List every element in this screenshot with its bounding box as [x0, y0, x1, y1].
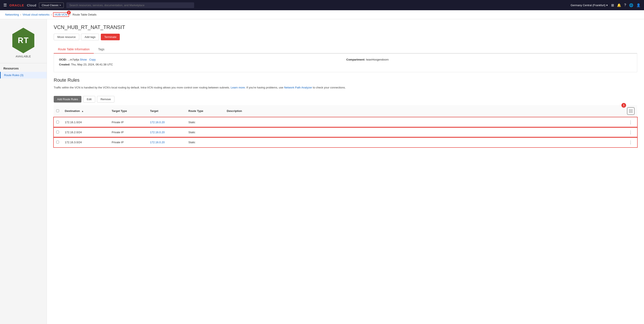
- th-target[interactable]: Target: [148, 105, 186, 117]
- route-type-header-label: Route Type: [188, 109, 203, 112]
- console-icon[interactable]: ⊞: [611, 3, 614, 7]
- top-navigation: ☰ ORACLE Cloud Cloud Classic > Germany C…: [0, 0, 644, 10]
- description-cell: [224, 127, 624, 137]
- globe-icon[interactable]: 🌐: [629, 3, 633, 7]
- route-type-cell: Static: [186, 117, 224, 128]
- edit-button[interactable]: Edit: [83, 96, 95, 102]
- route-rules-description: Traffic within the VCN is handled by the…: [54, 86, 637, 90]
- breadcrumb-hub-vcn[interactable]: HUB-VCN 2: [53, 12, 69, 17]
- terminate-button[interactable]: Terminate: [101, 34, 120, 40]
- add-route-rules-button[interactable]: Add Route Rules: [54, 96, 82, 102]
- target-type-cell: Private IP: [109, 137, 148, 147]
- kebab-menu-icon[interactable]: ⋮: [627, 130, 634, 134]
- breadcrumb-networking[interactable]: Networking: [5, 13, 19, 16]
- table-row: 172.16.2.0/24 Private IP 172.16.0.20 Sta…: [54, 127, 637, 137]
- destination-header-label: Destination: [65, 109, 80, 112]
- icon-container: RT AVAILABLE: [0, 24, 47, 62]
- bell-icon[interactable]: 🔔: [617, 3, 621, 7]
- target-link[interactable]: 172.16.0.20: [150, 121, 165, 124]
- table-header-row: Destination ▲ Target Type Target Route T…: [54, 105, 637, 117]
- route-rules-table-wrapper: Destination ▲ Target Type Target Route T…: [54, 105, 637, 148]
- learn-more-link[interactable]: Learn more.: [231, 86, 246, 89]
- route-type-cell: Static: [186, 127, 224, 137]
- main-layout: RT AVAILABLE Resources Route Rules (3) V…: [0, 19, 644, 324]
- destination-cell: 172.16.2.0/24: [62, 127, 109, 137]
- dot: [632, 112, 632, 113]
- dot: [632, 111, 632, 112]
- table-toolbar: Add Route Rules Edit Remove: [54, 93, 637, 105]
- network-path-analyzer-link[interactable]: Network Path Analyzer: [284, 86, 312, 89]
- th-checkbox: [54, 105, 62, 117]
- row-checkbox[interactable]: [56, 131, 59, 134]
- th-description[interactable]: Description: [224, 105, 624, 117]
- row-checkbox-cell: [54, 137, 62, 147]
- hamburger-menu[interactable]: ☰: [4, 3, 7, 8]
- target-cell: 172.16.0.20: [148, 127, 186, 137]
- column-settings-icon[interactable]: [627, 107, 634, 115]
- info-left: OCID: ...m7q4ja Show Copy Created: Thu, …: [59, 58, 344, 68]
- dot: [629, 111, 630, 112]
- created-value: Thu, May 23, 2024, 06:41:38 UTC: [71, 63, 113, 66]
- table-row: 172.16.1.0/24 Private IP 172.16.0.20 Sta…: [54, 117, 637, 128]
- action-buttons: Move resource Add tags Terminate: [54, 34, 637, 40]
- destination-cell: 172.16.1.0/24: [62, 117, 109, 128]
- th-help: [624, 105, 637, 117]
- kebab-cell: ⋮: [624, 117, 637, 128]
- chevron-down-icon: ▾: [606, 4, 608, 7]
- remove-button[interactable]: Remove: [97, 96, 114, 102]
- tab-route-table-information[interactable]: Route Table Information: [54, 46, 94, 54]
- nav-icons: ⊞ 🔔 ? 🌐 👤: [611, 3, 640, 7]
- oracle-text: ORACLE: [10, 4, 24, 7]
- th-destination[interactable]: Destination ▲: [62, 105, 109, 117]
- dot: [629, 109, 630, 110]
- help-icon[interactable]: ?: [624, 3, 626, 7]
- hub-vcn-label: HUB-VCN: [55, 13, 67, 16]
- th-target-type[interactable]: Target Type: [109, 105, 148, 117]
- th-route-type[interactable]: Route Type: [186, 105, 224, 117]
- oracle-logo: ORACLE Cloud: [10, 4, 36, 7]
- table-row: 172.16.3.0/24 Private IP 172.16.0.20 Sta…: [54, 137, 637, 147]
- kebab-menu-icon[interactable]: ⋮: [627, 140, 634, 144]
- description-header-label: Description: [227, 109, 242, 112]
- target-link[interactable]: 172.16.0.20: [150, 141, 165, 144]
- sort-icon: ▲: [82, 110, 84, 112]
- description-cell: [224, 137, 624, 147]
- desc-text2: If you're having problems, use: [246, 86, 283, 89]
- move-resource-button[interactable]: Move resource: [54, 34, 79, 40]
- dot: [630, 112, 631, 113]
- copy-link[interactable]: Copy: [89, 58, 96, 61]
- cloud-classic-button[interactable]: Cloud Classic >: [39, 2, 64, 8]
- target-cell: 172.16.0.20: [148, 117, 186, 128]
- show-link[interactable]: Show: [80, 58, 87, 61]
- row-checkbox[interactable]: [56, 121, 59, 124]
- breadcrumb-virtual-cloud-networks[interactable]: Virtual cloud networks: [22, 13, 50, 16]
- route-rules-table: Destination ▲ Target Type Target Route T…: [54, 105, 637, 148]
- tab-tags[interactable]: Tags: [94, 46, 109, 54]
- hub-vcn-badge: 2: [67, 11, 71, 14]
- kebab-menu-icon[interactable]: ⋮: [627, 120, 634, 124]
- resources-section-title: Resources: [0, 63, 47, 72]
- dot: [632, 109, 632, 110]
- select-all-checkbox[interactable]: [56, 109, 59, 112]
- ocid-value: ...m7q4ja: [68, 58, 79, 61]
- search-input[interactable]: [66, 2, 194, 8]
- target-type-cell: Private IP: [109, 127, 148, 137]
- desc-text: Traffic within the VCN is handled by the…: [54, 86, 230, 89]
- breadcrumb-sep-2: ›: [51, 13, 52, 16]
- add-tags-button[interactable]: Add tags: [81, 34, 99, 40]
- route-rules-title: Route Rules: [54, 78, 637, 83]
- target-header-label: Target: [150, 109, 158, 112]
- region-selector[interactable]: Germany Central (Frankfurt) ▾: [571, 4, 608, 7]
- target-type-header-label: Target Type: [112, 109, 127, 112]
- target-link[interactable]: 172.16.0.20: [150, 131, 165, 134]
- row-highlight-badge: 1: [622, 103, 626, 108]
- info-panel: OCID: ...m7q4ja Show Copy Created: Thu, …: [54, 54, 637, 72]
- target-type-cell: Private IP: [109, 117, 148, 128]
- row-checkbox[interactable]: [56, 141, 59, 144]
- route-rules-link[interactable]: Route Rules (3): [4, 74, 24, 77]
- sidebar-item-route-rules[interactable]: Route Rules (3): [0, 72, 47, 78]
- ocid-row: OCID: ...m7q4ja Show Copy: [59, 58, 344, 61]
- page-title: VCN_HUB_RT_NAT_TRANSIT: [54, 24, 637, 30]
- user-icon[interactable]: 👤: [636, 3, 640, 7]
- content-area: VCN_HUB_RT_NAT_TRANSIT Move resource Add…: [47, 19, 644, 324]
